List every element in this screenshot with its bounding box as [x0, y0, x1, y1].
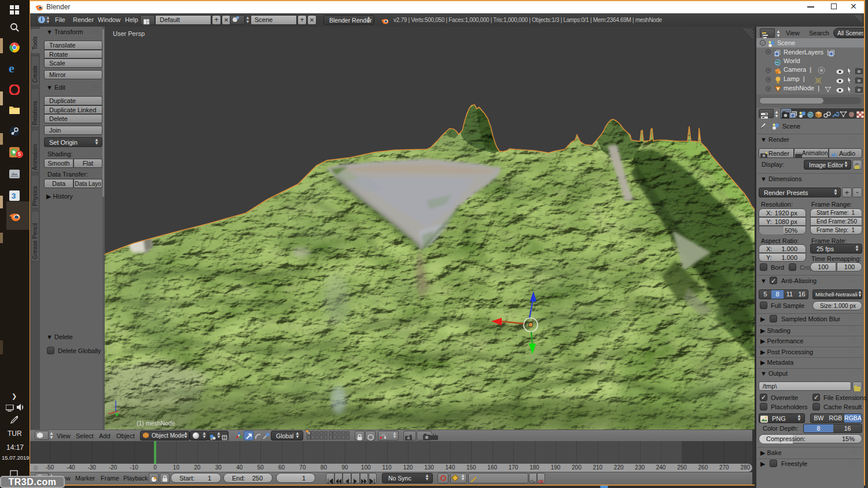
svg-text:(1) meshNode: (1) meshNode [137, 420, 175, 427]
svg-text:User Persp: User Persp [113, 30, 145, 37]
svg-text:3: 3 [12, 192, 16, 200]
